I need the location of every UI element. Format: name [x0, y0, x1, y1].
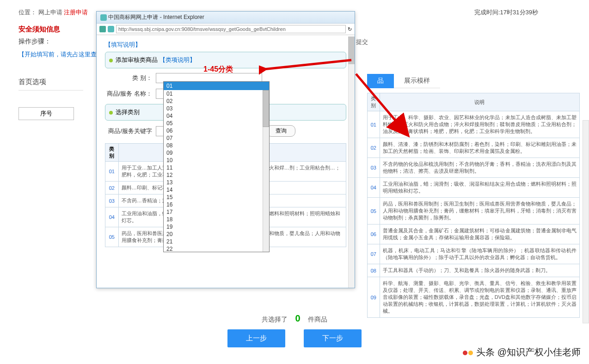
dropdown-option[interactable]: 07 — [164, 134, 269, 142]
dropdown-option[interactable]: 17 — [164, 208, 269, 216]
tab-product[interactable]: 品 — [367, 74, 394, 88]
dropdown-option[interactable]: 16 — [164, 201, 269, 208]
category-link[interactable]: 04 — [368, 178, 380, 198]
dropdown-selected[interactable]: 01 — [164, 82, 269, 90]
ie-icon — [100, 14, 107, 21]
dropdown-option[interactable]: 03 — [164, 105, 269, 112]
category-desc: 机器，机床，电动工具；马达和引擎（陆地车辆用的除外）；机器联结器和传动机件（陆地… — [380, 244, 579, 264]
category-desc: 颜料、清漆、漆；防锈剂和木材防腐剂；着色剂，染料；印刷、标记和雕刻用油墨；未加工… — [380, 138, 579, 158]
dropdown-option[interactable]: 20 — [164, 231, 269, 238]
dropdown-option[interactable]: 11 — [164, 164, 269, 171]
dropdown-option[interactable]: 15 — [164, 194, 269, 201]
dropdown-option[interactable]: 09 — [164, 149, 269, 157]
dropdown-option[interactable]: 21 — [164, 238, 269, 245]
dropdown-option[interactable]: 18 — [164, 216, 269, 223]
dropdown-option[interactable]: 22 — [164, 245, 269, 252]
watermark: 头条 @知识产权小佳老师 — [463, 346, 581, 358]
dropdown-option[interactable]: 13 — [164, 179, 269, 186]
refresh-icon[interactable]: ↻ — [348, 26, 352, 32]
dropdown-option[interactable]: 05 — [164, 120, 269, 127]
category-link[interactable]: 01 — [368, 111, 380, 138]
selected-count: 0 — [295, 313, 300, 323]
category-link[interactable]: 05 — [368, 198, 380, 224]
page-icon — [108, 26, 114, 32]
col-category: 类别 — [368, 93, 380, 111]
annotation-text: 1-45分类 — [203, 65, 233, 74]
category-link[interactable]: 09 — [368, 277, 380, 318]
category-link[interactable]: 07 — [368, 244, 380, 264]
category-link[interactable]: 06 — [368, 224, 380, 244]
dropdown-option[interactable]: 01 — [164, 90, 269, 97]
category-dropdown[interactable]: 01 0102030405060708091011121314151617181… — [163, 81, 270, 252]
prev-button[interactable]: 上一步 — [227, 329, 285, 347]
time-label: 完成时间:17时31分39秒 — [474, 8, 538, 17]
tab-display[interactable]: 展示模样 — [394, 74, 440, 88]
category-link[interactable]: 02 — [368, 138, 380, 158]
category-link[interactable]: 04 — [105, 207, 119, 227]
fill-guide-link[interactable]: 【填写说明】 — [105, 41, 346, 49]
dropdown-option[interactable]: 12 — [164, 171, 269, 179]
category-desc: 用于工业、科学、摄影、农业、园艺和林业的化学品；未加工人造合成树脂、未加工塑料物… — [380, 111, 579, 138]
dropdown-option[interactable]: 10 — [164, 157, 269, 164]
right-scrollbar[interactable] — [583, 120, 589, 323]
search-button[interactable]: 查询 — [267, 125, 295, 137]
category-desc: 科学、航海、测量、摄影、电影、光学、衡具、量具、信号、检验、救生和教学用装置及仪… — [380, 277, 579, 318]
ie-titlebar: 中国商标网网上申请 - Internet Explorer — [97, 12, 355, 24]
dropdown-option[interactable]: 14 — [164, 186, 269, 194]
seq-header: 序号 — [18, 107, 74, 120]
col-desc: 说明 — [380, 93, 579, 111]
category-desc: 药品，医用和兽医用制剂；医用卫生制剂；医用或兽医用营养食物和物质，婴儿食品；人用… — [380, 198, 579, 224]
shield-icon — [99, 26, 106, 32]
ie-popup: 中国商标网网上申请 - Internet Explorer http://wss… — [96, 11, 355, 288]
label-keyword: 商品/服务关键字 — [105, 127, 156, 135]
label-goods-name: 商品/服务 名称： — [105, 90, 156, 98]
bullet-icon — [109, 111, 113, 115]
section-title: 首页选项 — [18, 74, 83, 91]
dropdown-scrollbar[interactable] — [263, 90, 269, 252]
ie-scrollbar[interactable] — [348, 36, 355, 288]
class-guide-link[interactable]: 【类项说明】 — [160, 56, 196, 63]
category-link[interactable]: 01 — [105, 162, 119, 182]
category-link[interactable]: 03 — [105, 194, 119, 207]
category-desc: 不含药物的化妆品和梳洗用制剂；不含药物的牙膏；香料，香精油；洗衣用漂白剂及其他物… — [380, 158, 579, 178]
dropdown-option[interactable]: 04 — [164, 112, 269, 120]
category-table: 类别说明 01用于工业、科学、摄影、农业、园艺和林业的化学品；未加工人造合成树脂… — [367, 93, 580, 318]
category-link[interactable]: 02 — [105, 182, 119, 194]
dropdown-option[interactable]: 19 — [164, 223, 269, 231]
category-link[interactable]: 08 — [368, 264, 380, 277]
category-desc: 工业用油和油脂，蜡；润滑剂；吸收、润湿和粘结灰尘用合成物；燃料和照明材料；照明用… — [380, 178, 579, 198]
label-category: 类 别： — [105, 74, 156, 82]
bullet-icon — [109, 59, 113, 62]
category-link[interactable]: 05 — [105, 227, 119, 247]
dropdown-option[interactable]: 08 — [164, 142, 269, 149]
dropdown-option[interactable]: 06 — [164, 127, 269, 134]
address-bar[interactable]: http://wssq.sbj.cnipa.gov.cn:9080/tmsve/… — [116, 25, 346, 33]
category-link[interactable]: 03 — [368, 158, 380, 178]
submit-tab[interactable]: 提交 — [356, 38, 368, 46]
category-desc: 手工具和器具（手动的）；刀、叉和匙餐具；除火器外的随身武器；剃刀。 — [380, 264, 579, 277]
next-button[interactable]: 下一步 — [304, 329, 362, 347]
category-desc: 普通金属及其合金，金属矿石；金属建筑材料；可移动金属建筑物；普通金属制非电气用缆… — [380, 224, 579, 244]
dropdown-option[interactable]: 02 — [164, 97, 269, 105]
